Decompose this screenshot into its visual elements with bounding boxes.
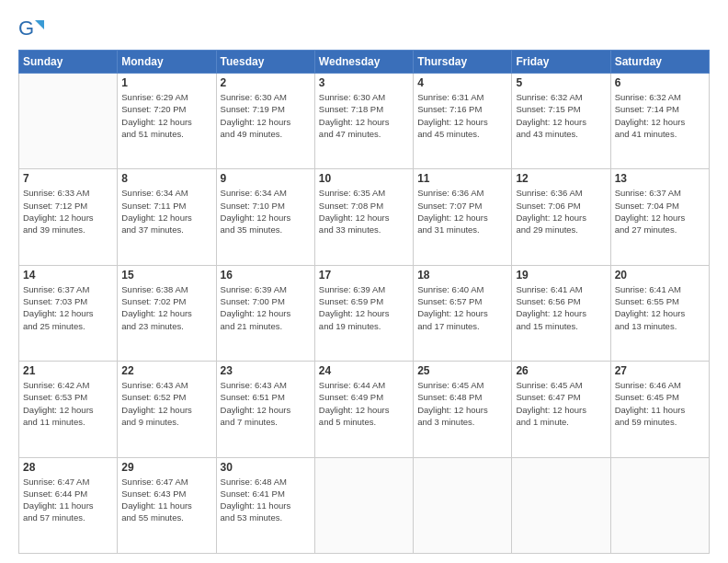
day-info: Sunrise: 6:35 AM Sunset: 7:08 PM Dayligh… bbox=[319, 187, 409, 236]
table-row: 21Sunrise: 6:42 AM Sunset: 6:53 PM Dayli… bbox=[19, 362, 118, 457]
table-row: 9Sunrise: 6:34 AM Sunset: 7:10 PM Daylig… bbox=[216, 169, 314, 265]
table-row bbox=[414, 457, 512, 553]
col-wednesday: Wednesday bbox=[314, 51, 413, 74]
day-number: 16 bbox=[221, 269, 311, 282]
calendar-header-row: Sunday Monday Tuesday Wednesday Thursday… bbox=[19, 51, 710, 74]
day-info: Sunrise: 6:32 AM Sunset: 7:15 PM Dayligh… bbox=[516, 91, 606, 140]
calendar-week-row: 7Sunrise: 6:33 AM Sunset: 7:12 PM Daylig… bbox=[19, 169, 710, 265]
day-info: Sunrise: 6:37 AM Sunset: 7:04 PM Dayligh… bbox=[615, 187, 705, 236]
day-number: 5 bbox=[516, 76, 606, 89]
day-info: Sunrise: 6:43 AM Sunset: 6:52 PM Dayligh… bbox=[121, 379, 211, 428]
day-info: Sunrise: 6:47 AM Sunset: 6:43 PM Dayligh… bbox=[121, 476, 211, 524]
table-row: 18Sunrise: 6:40 AM Sunset: 6:57 PM Dayli… bbox=[414, 265, 512, 361]
table-row: 13Sunrise: 6:37 AM Sunset: 7:04 PM Dayli… bbox=[610, 169, 709, 265]
table-row: 14Sunrise: 6:37 AM Sunset: 7:03 PM Dayli… bbox=[19, 265, 118, 361]
calendar-week-row: 1Sunrise: 6:29 AM Sunset: 7:20 PM Daylig… bbox=[19, 74, 710, 169]
calendar-week-row: 14Sunrise: 6:37 AM Sunset: 7:03 PM Dayli… bbox=[19, 265, 710, 361]
table-row bbox=[19, 74, 118, 169]
table-row: 25Sunrise: 6:45 AM Sunset: 6:48 PM Dayli… bbox=[414, 362, 512, 457]
table-row: 27Sunrise: 6:46 AM Sunset: 6:45 PM Dayli… bbox=[610, 362, 709, 457]
table-row: 29Sunrise: 6:47 AM Sunset: 6:43 PM Dayli… bbox=[118, 457, 216, 553]
day-info: Sunrise: 6:36 AM Sunset: 7:07 PM Dayligh… bbox=[417, 187, 507, 236]
day-number: 6 bbox=[615, 76, 705, 89]
day-number: 18 bbox=[417, 269, 507, 282]
table-row: 6Sunrise: 6:32 AM Sunset: 7:14 PM Daylig… bbox=[610, 74, 709, 169]
day-info: Sunrise: 6:46 AM Sunset: 6:45 PM Dayligh… bbox=[615, 379, 705, 428]
day-number: 14 bbox=[23, 269, 113, 282]
day-number: 3 bbox=[319, 76, 409, 89]
day-number: 21 bbox=[23, 364, 113, 377]
day-info: Sunrise: 6:34 AM Sunset: 7:10 PM Dayligh… bbox=[221, 187, 311, 236]
day-number: 20 bbox=[615, 269, 705, 282]
calendar-week-row: 28Sunrise: 6:47 AM Sunset: 6:44 PM Dayli… bbox=[19, 457, 710, 553]
table-row: 10Sunrise: 6:35 AM Sunset: 7:08 PM Dayli… bbox=[314, 169, 413, 265]
table-row bbox=[314, 457, 413, 553]
day-info: Sunrise: 6:44 AM Sunset: 6:49 PM Dayligh… bbox=[319, 379, 409, 428]
day-info: Sunrise: 6:39 AM Sunset: 6:59 PM Dayligh… bbox=[319, 283, 409, 332]
day-info: Sunrise: 6:45 AM Sunset: 6:47 PM Dayligh… bbox=[516, 379, 606, 428]
calendar-table: Sunday Monday Tuesday Wednesday Thursday… bbox=[18, 50, 710, 554]
day-number: 29 bbox=[121, 461, 211, 474]
day-number: 17 bbox=[319, 269, 409, 282]
day-number: 12 bbox=[516, 172, 606, 185]
day-info: Sunrise: 6:32 AM Sunset: 7:14 PM Dayligh… bbox=[615, 91, 705, 140]
day-info: Sunrise: 6:38 AM Sunset: 7:02 PM Dayligh… bbox=[121, 283, 211, 332]
table-row: 7Sunrise: 6:33 AM Sunset: 7:12 PM Daylig… bbox=[19, 169, 118, 265]
day-info: Sunrise: 6:47 AM Sunset: 6:44 PM Dayligh… bbox=[23, 476, 113, 524]
day-info: Sunrise: 6:37 AM Sunset: 7:03 PM Dayligh… bbox=[23, 283, 113, 332]
table-row: 28Sunrise: 6:47 AM Sunset: 6:44 PM Dayli… bbox=[19, 457, 118, 553]
table-row: 1Sunrise: 6:29 AM Sunset: 7:20 PM Daylig… bbox=[118, 74, 216, 169]
table-row: 30Sunrise: 6:48 AM Sunset: 6:41 PM Dayli… bbox=[216, 457, 314, 553]
day-info: Sunrise: 6:43 AM Sunset: 6:51 PM Dayligh… bbox=[221, 379, 311, 428]
day-number: 30 bbox=[221, 461, 311, 474]
table-row: 22Sunrise: 6:43 AM Sunset: 6:52 PM Dayli… bbox=[118, 362, 216, 457]
col-sunday: Sunday bbox=[19, 51, 118, 74]
table-row: 4Sunrise: 6:31 AM Sunset: 7:16 PM Daylig… bbox=[414, 74, 512, 169]
day-number: 28 bbox=[23, 461, 113, 474]
calendar-week-row: 21Sunrise: 6:42 AM Sunset: 6:53 PM Dayli… bbox=[19, 362, 710, 457]
day-number: 23 bbox=[221, 364, 311, 377]
day-number: 8 bbox=[121, 172, 211, 185]
table-row: 15Sunrise: 6:38 AM Sunset: 7:02 PM Dayli… bbox=[118, 265, 216, 361]
table-row: 20Sunrise: 6:41 AM Sunset: 6:55 PM Dayli… bbox=[610, 265, 709, 361]
day-info: Sunrise: 6:41 AM Sunset: 6:55 PM Dayligh… bbox=[615, 283, 705, 332]
day-number: 9 bbox=[221, 172, 311, 185]
table-row: 2Sunrise: 6:30 AM Sunset: 7:19 PM Daylig… bbox=[216, 74, 314, 169]
table-row: 26Sunrise: 6:45 AM Sunset: 6:47 PM Dayli… bbox=[512, 362, 610, 457]
table-row: 17Sunrise: 6:39 AM Sunset: 6:59 PM Dayli… bbox=[314, 265, 413, 361]
svg-text:G: G bbox=[18, 17, 34, 40]
table-row: 24Sunrise: 6:44 AM Sunset: 6:49 PM Dayli… bbox=[314, 362, 413, 457]
day-number: 19 bbox=[516, 269, 606, 282]
table-row: 19Sunrise: 6:41 AM Sunset: 6:56 PM Dayli… bbox=[512, 265, 610, 361]
table-row: 8Sunrise: 6:34 AM Sunset: 7:11 PM Daylig… bbox=[118, 169, 216, 265]
day-number: 25 bbox=[417, 364, 507, 377]
table-row: 5Sunrise: 6:32 AM Sunset: 7:15 PM Daylig… bbox=[512, 74, 610, 169]
day-info: Sunrise: 6:39 AM Sunset: 7:00 PM Dayligh… bbox=[221, 283, 311, 332]
col-saturday: Saturday bbox=[610, 51, 709, 74]
day-number: 10 bbox=[319, 172, 409, 185]
col-tuesday: Tuesday bbox=[216, 51, 314, 74]
day-info: Sunrise: 6:30 AM Sunset: 7:18 PM Dayligh… bbox=[319, 91, 409, 140]
logo-icon: G bbox=[18, 17, 44, 42]
day-info: Sunrise: 6:34 AM Sunset: 7:11 PM Dayligh… bbox=[121, 187, 211, 236]
day-number: 2 bbox=[221, 76, 311, 89]
day-info: Sunrise: 6:45 AM Sunset: 6:48 PM Dayligh… bbox=[417, 379, 507, 428]
day-info: Sunrise: 6:30 AM Sunset: 7:19 PM Dayligh… bbox=[221, 91, 311, 140]
day-number: 13 bbox=[615, 172, 705, 185]
day-number: 24 bbox=[319, 364, 409, 377]
table-row: 11Sunrise: 6:36 AM Sunset: 7:07 PM Dayli… bbox=[414, 169, 512, 265]
day-info: Sunrise: 6:48 AM Sunset: 6:41 PM Dayligh… bbox=[221, 476, 311, 524]
day-info: Sunrise: 6:41 AM Sunset: 6:56 PM Dayligh… bbox=[516, 283, 606, 332]
table-row: 3Sunrise: 6:30 AM Sunset: 7:18 PM Daylig… bbox=[314, 74, 413, 169]
col-monday: Monday bbox=[118, 51, 216, 74]
logo: G bbox=[18, 17, 48, 42]
day-number: 1 bbox=[121, 76, 211, 89]
page-header: G bbox=[18, 17, 710, 42]
table-row: 12Sunrise: 6:36 AM Sunset: 7:06 PM Dayli… bbox=[512, 169, 610, 265]
day-info: Sunrise: 6:29 AM Sunset: 7:20 PM Dayligh… bbox=[121, 91, 211, 140]
day-number: 7 bbox=[23, 172, 113, 185]
day-number: 15 bbox=[121, 269, 211, 282]
day-info: Sunrise: 6:36 AM Sunset: 7:06 PM Dayligh… bbox=[516, 187, 606, 236]
day-info: Sunrise: 6:40 AM Sunset: 6:57 PM Dayligh… bbox=[417, 283, 507, 332]
day-number: 27 bbox=[615, 364, 705, 377]
